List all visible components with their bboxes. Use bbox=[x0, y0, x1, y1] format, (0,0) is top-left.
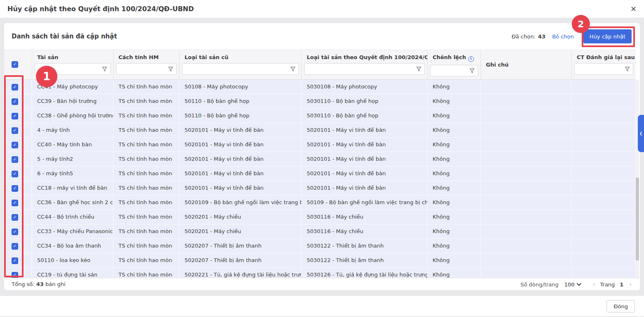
table-row[interactable]: ✓5 - máy tính2TS chỉ tính hao mòn5020101… bbox=[4, 152, 636, 167]
filter-box-diff bbox=[430, 65, 478, 76]
cell-asset: CC19 - tủ đựng tài sản bbox=[32, 268, 114, 278]
cell-new_type: 5030122 - Thiết bị âm thanh bbox=[302, 239, 428, 253]
cell-method: TS chỉ tính hao mòn bbox=[114, 181, 180, 195]
total-suffix: bản ghi bbox=[45, 281, 66, 287]
table-row[interactable]: ✓CC39 - Bàn hội trườngTS chỉ tính hao mò… bbox=[4, 94, 636, 109]
filter-button-diff[interactable] bbox=[466, 65, 478, 76]
filter-box-old_type bbox=[182, 63, 299, 75]
table-row[interactable]: ✓CC18 - máy vi tính để bànTS chỉ tính ha… bbox=[4, 181, 636, 195]
filter-input-old_type[interactable] bbox=[182, 64, 287, 74]
cell-note bbox=[481, 109, 572, 123]
cell-ct bbox=[572, 210, 636, 224]
filter-box-method bbox=[116, 63, 177, 75]
cell-method: TS chỉ tính hao mòn bbox=[114, 224, 180, 238]
cell-method: TS chỉ tính hao mòn bbox=[114, 123, 180, 137]
cell-new_type: 5030116 - Máy chiếu bbox=[302, 224, 428, 238]
cell-asset: CC33 - Máy chiếu Panasonic bbox=[32, 224, 114, 238]
table-row[interactable]: ✓50110 - loa kẹo kéoTS chỉ tính hao mòn5… bbox=[4, 253, 636, 268]
cell-asset: CC39 - Bàn hội trường bbox=[32, 94, 114, 108]
cell-old_type: 5020207 - Thiết bị âm thanh bbox=[180, 239, 302, 253]
cell-new_type: 5030122 - Thiết bị âm thanh bbox=[302, 253, 428, 267]
annotation-box-checkbox-column bbox=[4, 75, 24, 277]
annotation-box-cancel-button bbox=[582, 26, 635, 47]
cell-asset: 6 - máy tính5 bbox=[32, 167, 114, 181]
cell-diff: Không bbox=[428, 167, 481, 181]
side-panel-toggle[interactable]: ❮ bbox=[638, 115, 644, 152]
prev-page-icon[interactable]: ‹ bbox=[593, 281, 595, 288]
cell-old_type: 5020101 - Máy vi tính để bàn bbox=[180, 123, 302, 137]
cell-method: TS chỉ tính hao mòn bbox=[114, 268, 180, 278]
table-row[interactable]: ✓CC33 - Máy chiếu PanasonicTS chỉ tính h… bbox=[4, 224, 636, 239]
deselect-link[interactable]: Bỏ chọn bbox=[552, 33, 574, 40]
filter-button-new_type[interactable] bbox=[413, 64, 424, 74]
cell-note bbox=[481, 138, 572, 152]
next-page-icon[interactable]: › bbox=[629, 281, 632, 288]
dialog-bottom-bar: Đóng bbox=[0, 296, 644, 316]
cell-asset: 5 - máy tính2 bbox=[32, 152, 114, 166]
column-label-method: Cách tính HM bbox=[114, 53, 179, 60]
filter-input-new_type[interactable] bbox=[305, 64, 413, 74]
cell-old_type: 5020101 - Máy vi tính để bàn bbox=[180, 181, 302, 195]
asset-list-panel: Danh sách tài sản đã cập nhật Đã chọn: 4… bbox=[4, 23, 640, 290]
filter-funnel-icon bbox=[102, 67, 107, 72]
column-header-method: Cách tính HM bbox=[114, 50, 180, 79]
filter-button-old_type[interactable] bbox=[287, 64, 298, 74]
cell-old_type: 5020101 - Máy vi tính để bàn bbox=[180, 167, 302, 181]
table-row[interactable]: ✓CC38 - Ghế phòng hội trườngTS chỉ tính … bbox=[4, 109, 636, 123]
cell-method: TS chỉ tính hao mòn bbox=[114, 152, 180, 166]
filter-button-asset[interactable] bbox=[99, 64, 110, 74]
cell-note bbox=[481, 181, 572, 195]
table-row[interactable]: ✓CC34 - Bộ loa âm thanhTS chỉ tính hao m… bbox=[4, 239, 636, 253]
table-header: ✓Tài sảnCách tính HMLoại tài sản cũLoại … bbox=[4, 50, 636, 80]
cell-diff: Không bbox=[428, 239, 481, 253]
cell-ct bbox=[572, 138, 636, 152]
filter-input-ct[interactable] bbox=[575, 64, 622, 74]
column-header-note: Ghi chú bbox=[481, 50, 572, 79]
table-row[interactable]: ✓CC40 - Máy tính bànTS chỉ tính hao mòn5… bbox=[4, 138, 636, 152]
selected-label: Đã chọn: bbox=[511, 33, 535, 40]
cell-new_type: 5030126 - Tủ, giá kệ đựng tài liệu hoặc … bbox=[302, 268, 428, 278]
cell-ct bbox=[572, 239, 636, 253]
column-label-note: Ghi chú bbox=[481, 62, 514, 68]
cell-method: TS chỉ tính hao mòn bbox=[114, 239, 180, 253]
table-row[interactable]: ✓4 - máy tínhTS chỉ tính hao mòn5020101 … bbox=[4, 123, 636, 138]
cell-asset: CC44 - Bộ trình chiếu bbox=[32, 210, 114, 224]
filter-button-method[interactable] bbox=[165, 64, 176, 74]
table-row[interactable]: ✓CC44 - Bộ trình chiếuTS chỉ tính hao mò… bbox=[4, 210, 636, 224]
table-row[interactable]: ✓CC36 - Bàn ghế học sinh 2 chỗ ngồ...TS … bbox=[4, 195, 636, 210]
cell-ct bbox=[572, 167, 636, 181]
cell-new_type: 5020101 - Máy vi tính để bàn bbox=[302, 138, 428, 152]
cell-new_type: 5030116 - Máy chiếu bbox=[302, 210, 428, 224]
select-all-checkbox[interactable]: ✓ bbox=[12, 61, 18, 68]
filter-input-diff[interactable] bbox=[431, 65, 466, 76]
cell-old_type: 50108 - Máy photocopy bbox=[180, 80, 302, 94]
scrollbar-thumb[interactable] bbox=[636, 178, 639, 260]
cell-note bbox=[481, 210, 572, 224]
filter-input-method[interactable] bbox=[116, 64, 165, 74]
table-row[interactable]: ✓CC19 - tủ đựng tài sảnTS chỉ tính hao m… bbox=[4, 268, 636, 278]
filter-button-ct[interactable] bbox=[622, 64, 633, 74]
cell-method: TS chỉ tính hao mòn bbox=[114, 195, 180, 210]
cell-ct bbox=[572, 109, 636, 123]
table-row[interactable]: ✓CC41 - Máy photocopyTS chỉ tính hao mòn… bbox=[4, 80, 636, 94]
cell-ct bbox=[572, 123, 636, 137]
cell-diff: Không bbox=[428, 253, 481, 267]
info-icon[interactable]: i bbox=[468, 56, 474, 62]
rows-per-page-select[interactable]: 100 bbox=[564, 281, 581, 288]
column-label-diff: Chênh lệchi bbox=[428, 53, 481, 62]
cell-method: TS chỉ tính hao mòn bbox=[114, 253, 180, 267]
cell-new_type: 5030110 - Bộ bàn ghế họp bbox=[302, 109, 428, 123]
selection-info: Đã chọn: 43 Bỏ chọn bbox=[511, 23, 574, 50]
cell-old_type: 5020109 - Bộ bàn ghế ngồi làm việc trang… bbox=[180, 195, 302, 210]
table-row[interactable]: ✓6 - máy tính5TS chỉ tính hao mòn5020101… bbox=[4, 167, 636, 181]
close-dialog-button[interactable]: Đóng bbox=[606, 300, 635, 312]
cell-method: TS chỉ tính hao mòn bbox=[114, 109, 180, 123]
cell-ct bbox=[572, 181, 636, 195]
cell-note bbox=[481, 167, 572, 181]
filter-box-ct bbox=[574, 63, 633, 75]
cell-diff: Không bbox=[428, 94, 481, 108]
cell-ct bbox=[572, 224, 636, 238]
panel-heading: Danh sách tài sản đã cập nhật bbox=[12, 33, 117, 40]
cell-asset: CC34 - Bộ loa âm thanh bbox=[32, 239, 114, 253]
close-icon[interactable]: ✕ bbox=[630, 0, 637, 18]
